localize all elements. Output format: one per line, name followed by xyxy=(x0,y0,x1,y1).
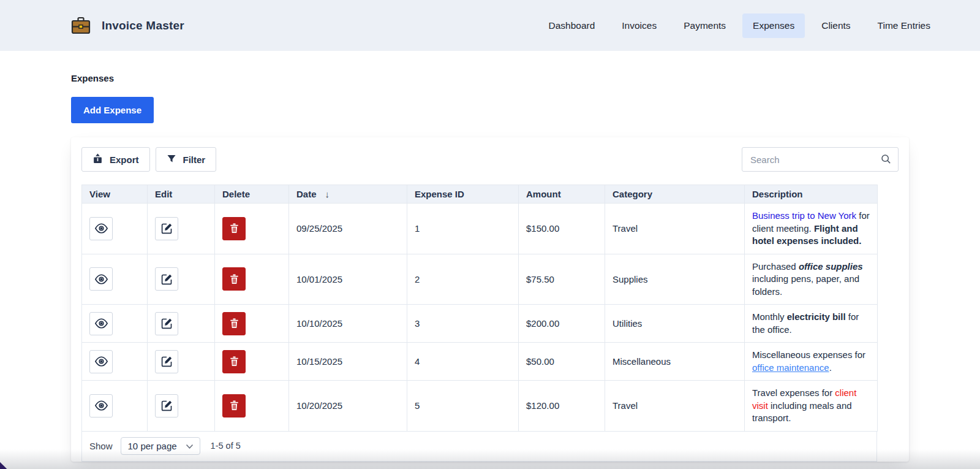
chevron-down-icon xyxy=(186,441,194,451)
delete-button[interactable] xyxy=(222,217,246,240)
search-input[interactable] xyxy=(742,147,899,172)
filter-icon xyxy=(167,154,176,166)
search-box xyxy=(742,147,899,172)
nav-item-invoices[interactable]: Invoices xyxy=(611,13,667,38)
description-segment-normal: Purchased xyxy=(752,261,799,272)
pencil-square-icon xyxy=(160,273,173,286)
amount-cell: $120.00 xyxy=(519,381,605,432)
description-cell: Travel expenses for client visit includi… xyxy=(745,381,878,432)
view-cell xyxy=(82,343,148,381)
app-title: Invoice Master xyxy=(102,19,184,32)
pencil-square-icon xyxy=(160,399,173,412)
table-toolbar: Export Filter xyxy=(81,147,899,172)
view-cell xyxy=(82,254,148,305)
category-cell: Supplies xyxy=(605,254,745,305)
description-segment-normal: Travel expenses for xyxy=(752,387,835,398)
page-title: Expenses xyxy=(71,73,909,83)
view-button[interactable] xyxy=(89,217,113,240)
table-header: View Edit Delete Date↓ Expense ID Amount… xyxy=(82,185,878,204)
sort-descending-icon: ↓ xyxy=(325,189,330,199)
eye-icon xyxy=(94,221,108,235)
filter-button[interactable]: Filter xyxy=(156,147,217,172)
range-text: 1-5 of 5 xyxy=(211,441,241,451)
delete-button[interactable] xyxy=(222,350,246,373)
column-header-expense-id[interactable]: Expense ID xyxy=(407,185,519,204)
description-segment-bold: electricity bill xyxy=(787,311,846,322)
nav-item-clients[interactable]: Clients xyxy=(811,13,861,38)
export-button[interactable]: Export xyxy=(81,147,150,172)
description-cell: Miscellaneous expenses for office mainte… xyxy=(745,343,878,381)
description-segment-bold-italic: office supplies xyxy=(799,261,863,272)
app-window: Invoice Master Dashboard Invoices Paymen… xyxy=(0,0,980,469)
category-cell: Travel xyxy=(605,381,745,432)
description-segment-link[interactable]: office maintenance xyxy=(752,362,829,373)
nav-item-expenses[interactable]: Expenses xyxy=(742,13,805,38)
column-header-category[interactable]: Category xyxy=(605,185,745,204)
view-button[interactable] xyxy=(89,267,113,291)
edit-button[interactable] xyxy=(155,312,178,335)
trash-icon xyxy=(228,356,240,367)
amount-cell: $200.00 xyxy=(519,305,605,343)
amount-cell: $75.50 xyxy=(519,254,605,305)
view-cell xyxy=(82,381,148,432)
date-cell: 09/25/2025 xyxy=(289,204,407,254)
delete-button[interactable] xyxy=(222,394,246,418)
pencil-square-icon xyxy=(160,222,173,235)
expenses-table-body: 09/25/20251$150.00TravelBusiness trip to… xyxy=(82,204,878,432)
column-header-date[interactable]: Date↓ xyxy=(289,185,407,204)
delete-cell xyxy=(215,381,289,432)
view-button[interactable] xyxy=(89,312,113,335)
table-row: 10/01/20252$75.50SuppliesPurchased offic… xyxy=(82,254,878,305)
pencil-square-icon xyxy=(160,355,173,368)
trash-icon xyxy=(228,223,240,234)
nav-item-time-entries[interactable]: Time Entries xyxy=(867,13,941,38)
edit-button[interactable] xyxy=(155,394,178,418)
delete-cell xyxy=(215,343,289,381)
app-header: Invoice Master Dashboard Invoices Paymen… xyxy=(0,0,980,51)
expense-id-cell: 4 xyxy=(407,343,519,381)
view-button[interactable] xyxy=(89,350,113,373)
date-cell: 10/10/2025 xyxy=(289,305,407,343)
expense-id-cell: 5 xyxy=(407,381,519,432)
description-segment-normal: Monthly xyxy=(752,311,787,322)
edit-button[interactable] xyxy=(155,350,178,373)
date-cell: 10/20/2025 xyxy=(289,381,407,432)
edit-button[interactable] xyxy=(155,267,178,291)
edit-cell xyxy=(148,381,215,432)
expense-id-cell: 2 xyxy=(407,254,519,305)
page-size-select[interactable]: 10 per page xyxy=(121,437,200,455)
column-header-delete: Delete xyxy=(215,185,289,204)
date-cell: 10/15/2025 xyxy=(289,343,407,381)
category-cell: Travel xyxy=(605,204,745,254)
delete-cell xyxy=(215,305,289,343)
edit-button[interactable] xyxy=(155,217,178,240)
export-icon xyxy=(92,153,103,166)
trash-icon xyxy=(228,400,240,411)
eye-icon xyxy=(94,272,108,286)
corner-artifact xyxy=(0,462,7,469)
nav-item-payments[interactable]: Payments xyxy=(673,13,736,38)
column-header-amount[interactable]: Amount xyxy=(519,185,605,204)
column-header-description[interactable]: Description xyxy=(745,185,878,204)
trash-icon xyxy=(228,273,240,285)
description-segment-normal: . xyxy=(829,362,832,373)
table-row: 10/20/20255$120.00TravelTravel expenses … xyxy=(82,381,878,432)
delete-button[interactable] xyxy=(222,312,246,335)
expense-id-cell: 3 xyxy=(407,305,519,343)
view-cell xyxy=(82,305,148,343)
table-row: 10/10/20253$200.00UtilitiesMonthly elect… xyxy=(82,305,878,343)
category-cell: Utilities xyxy=(605,305,745,343)
nav-item-dashboard[interactable]: Dashboard xyxy=(538,13,605,38)
date-header-label: Date xyxy=(296,189,317,199)
edit-cell xyxy=(148,305,215,343)
delete-cell xyxy=(215,204,289,254)
eye-icon xyxy=(94,316,108,330)
add-expense-button[interactable]: Add Expense xyxy=(71,97,154,123)
description-segment-blue: Business trip to New York xyxy=(752,210,856,221)
date-cell: 10/01/2025 xyxy=(289,254,407,305)
description-segment-normal: including pens, paper, and folders. xyxy=(752,273,859,297)
amount-cell: $50.00 xyxy=(519,343,605,381)
main-nav: Dashboard Invoices Payments Expenses Cli… xyxy=(538,13,941,38)
delete-button[interactable] xyxy=(222,267,246,291)
view-button[interactable] xyxy=(89,394,113,418)
